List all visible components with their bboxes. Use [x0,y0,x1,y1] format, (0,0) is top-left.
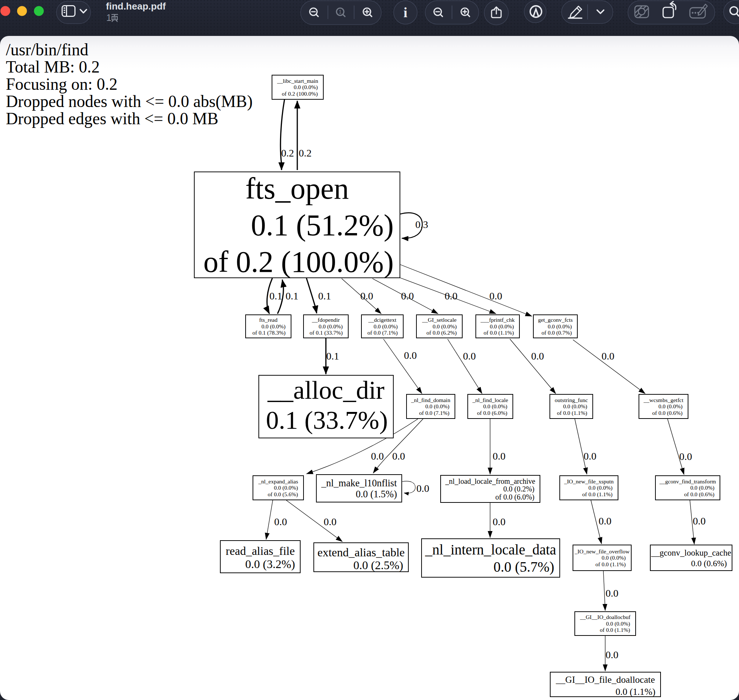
svg-text:0.0: 0.0 [531,350,544,362]
svg-text:0.0 (0.0%): 0.0 (0.0%) [548,323,572,330]
svg-text:0.0 (0.0%): 0.0 (0.0%) [433,323,457,330]
svg-text:extend_alias_table: extend_alias_table [318,546,405,559]
svg-text:0.0 (0.0%): 0.0 (0.0%) [602,554,626,561]
svg-text:0.0: 0.0 [463,350,476,362]
svg-text:0.0: 0.0 [360,290,373,301]
svg-text:0.2: 0.2 [299,147,312,159]
svg-text:0.0 (0.0%): 0.0 (0.0%) [274,484,298,491]
svg-text:0.0 (1.5%): 0.0 (1.5%) [356,488,397,500]
svg-text:__libc_start_main: __libc_start_main [277,78,318,84]
svg-text:_nl_find_domain: _nl_find_domain [411,397,450,403]
svg-text:Total MB: 0.2: Total MB: 0.2 [6,57,100,76]
svg-text:Dropped nodes with <= 0.0 abs(: Dropped nodes with <= 0.0 abs(MB) [6,92,253,111]
svg-text:0.0: 0.0 [693,515,706,526]
svg-text:0.0 (0.0%): 0.0 (0.0%) [490,323,514,330]
svg-text:0.0 (3.2%): 0.0 (3.2%) [245,557,295,571]
svg-text:Dropped edges with <= 0.0 MB: Dropped edges with <= 0.0 MB [6,109,218,128]
svg-text:0.0: 0.0 [489,290,502,301]
svg-text:0.0 (0.0%): 0.0 (0.0%) [690,484,714,491]
svg-text:0.0 (0.0%): 0.0 (0.0%) [374,323,398,330]
svg-text:of 0.1 (78.3%): of 0.1 (78.3%) [253,329,286,336]
svg-text:0.0 (0.0%): 0.0 (0.0%) [606,621,630,627]
svg-text:of 0.0 (6.0%): of 0.0 (6.0%) [495,493,534,501]
svg-text:0.0 (0.0%): 0.0 (0.0%) [261,323,286,330]
svg-text:___fprintf_chk: ___fprintf_chk [480,317,515,323]
svg-text:read_alias_file: read_alias_file [226,544,295,557]
svg-text:0.0 (0.0%): 0.0 (0.0%) [563,403,587,410]
svg-text:0.0 (0.0%): 0.0 (0.0%) [425,403,449,410]
svg-text:of 0.0 (1.1%): of 0.0 (1.1%) [483,329,514,336]
svg-text:0.1: 0.1 [326,350,339,362]
svg-text:_IO_new_file_xsputn: _IO_new_file_xsputn [564,478,614,484]
svg-text:_nl_intern_locale_data: _nl_intern_locale_data [425,542,556,557]
svg-text:get_gconv_fcts: get_gconv_fcts [538,317,573,323]
svg-text:__gconv_lookup_cache: __gconv_lookup_cache [651,548,731,557]
svg-text:/usr/bin/find: /usr/bin/find [6,40,88,59]
svg-text:of 0.0 (7.1%): of 0.0 (7.1%) [419,410,449,416]
svg-text:0.0 (0.0%): 0.0 (0.0%) [318,323,343,330]
svg-text:0.0: 0.0 [605,587,618,599]
svg-text:0.2: 0.2 [281,147,294,159]
svg-text:0.0: 0.0 [324,516,337,527]
svg-text:0.0: 0.0 [584,450,596,462]
svg-text:0.0: 0.0 [401,290,414,301]
svg-text:__GI__IO_doallocbuf: __GI__IO_doallocbuf [580,614,631,620]
svg-text:0.0: 0.0 [274,516,287,527]
svg-text:of 0.2 (100.0%): of 0.2 (100.0%) [203,245,394,278]
svg-text:__GI_setlocale: __GI_setlocale [422,317,457,323]
svg-text:0.0 (0.6%): 0.0 (0.6%) [691,559,727,568]
svg-text:__alloc_dir: __alloc_dir [267,376,384,404]
svg-text:_nl_make_l10nflist: _nl_make_l10nflist [321,478,397,488]
svg-text:0.0: 0.0 [599,515,611,526]
svg-text:Focusing on: 0.2: Focusing on: 0.2 [6,75,118,93]
svg-text:outstring_func: outstring_func [555,397,588,403]
svg-text:of 0.0 (1.1%): of 0.0 (1.1%) [557,410,587,416]
svg-text:0.1 (51.2%): 0.1 (51.2%) [251,209,394,242]
svg-text:of 0.0 (0.6%): of 0.0 (0.6%) [684,491,714,498]
svg-text:of 0.0 (7.1%): of 0.0 (7.1%) [367,329,398,336]
svg-text:_nl_load_locale_from_archive: _nl_load_locale_from_archive [445,477,536,485]
svg-text:0.0: 0.0 [371,450,384,462]
svg-text:of 0.0 (1.1%): of 0.0 (1.1%) [595,561,626,568]
svg-text:of 0.0 (6.2%): of 0.0 (6.2%) [426,329,457,336]
svg-text:0.0 (2.5%): 0.0 (2.5%) [353,559,403,572]
svg-text:0.0 (0.0%): 0.0 (0.0%) [588,484,612,491]
svg-text:_IO_new_file_overflow: _IO_new_file_overflow [574,548,630,554]
svg-text:__dcigettext: __dcigettext [368,317,397,323]
svg-text:0.0 (5.7%): 0.0 (5.7%) [493,559,554,575]
svg-text:0.0 (1.1%): 0.0 (1.1%) [615,687,655,697]
svg-text:0.0: 0.0 [404,350,417,361]
svg-text:of 0.1 (33.7%): of 0.1 (33.7%) [310,329,343,336]
svg-text:0.1 (33.7%): 0.1 (33.7%) [266,406,388,434]
svg-text:0.0: 0.0 [605,649,618,660]
svg-text:of 0.0 (0.7%): of 0.0 (0.7%) [542,329,572,336]
svg-text:0.0 (0.0%): 0.0 (0.0%) [483,403,507,410]
svg-text:fts_open: fts_open [245,172,349,205]
svg-text:0.0: 0.0 [602,350,614,362]
svg-text:0.1: 0.1 [286,290,298,301]
svg-text:of 0.0 (0.6%): of 0.0 (0.6%) [652,410,683,416]
svg-text:of 0.0 (6.0%): of 0.0 (6.0%) [477,410,507,416]
svg-text:__wcsmbs_getfct: __wcsmbs_getfct [643,397,684,403]
svg-text:__fdopendir: __fdopendir [312,317,340,323]
svg-text:fts_read: fts_read [259,317,277,323]
svg-text:__gconv_find_transform: __gconv_find_transform [659,478,716,484]
svg-text:0.0: 0.0 [392,450,405,462]
svg-text:0.3: 0.3 [415,219,428,230]
svg-text:0.1: 0.1 [318,290,331,301]
svg-text:of 0.0 (1.1%): of 0.0 (1.1%) [582,491,612,498]
svg-text:0.0: 0.0 [417,483,429,494]
svg-text:of 0.2 (100.0%): of 0.2 (100.0%) [282,91,318,97]
svg-text:0.1: 0.1 [269,290,282,301]
svg-text:_nl_find_locale: _nl_find_locale [472,397,508,403]
svg-text:0.0: 0.0 [679,451,692,462]
svg-text:0.0 (0.0%): 0.0 (0.0%) [294,84,318,91]
svg-text:_nl_expand_alias: _nl_expand_alias [258,478,298,484]
svg-text:0.0: 0.0 [493,516,505,527]
svg-text:0.0 (0.0%): 0.0 (0.0%) [658,403,683,410]
svg-text:0.0: 0.0 [445,290,458,301]
svg-text:__GI__IO_file_doallocate: __GI__IO_file_doallocate [555,674,655,685]
svg-text:of 0.0 (1.1%): of 0.0 (1.1%) [600,627,630,633]
svg-text:0.0 (0.2%): 0.0 (0.2%) [503,485,534,493]
svg-text:0.0: 0.0 [493,450,505,462]
